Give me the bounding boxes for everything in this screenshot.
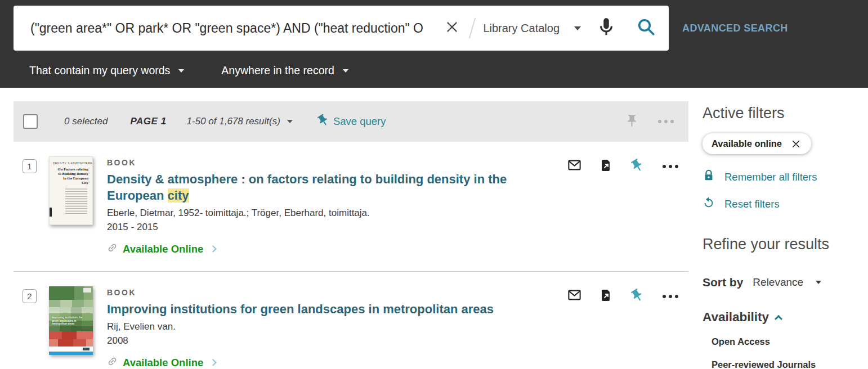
pin-record-button[interactable] <box>627 285 648 307</box>
export-citation-button[interactable] <box>599 289 613 304</box>
select-all-checkbox[interactable] <box>23 114 38 129</box>
sort-value-dropdown[interactable]: Relevance <box>753 276 803 289</box>
availability-label: Available Online <box>123 357 203 369</box>
cover-text: DENSITY & ATMOSPHERE <box>53 161 90 165</box>
record-title-highlight: city <box>168 188 189 202</box>
remember-filters-button[interactable]: Remember all filters <box>703 169 843 184</box>
export-file-icon <box>599 289 613 304</box>
export-file-icon <box>599 159 613 174</box>
chevron-down-icon[interactable] <box>816 281 821 284</box>
results-toolbar: 0 selected PAGE 1 1-50 of 1,678 result(s… <box>14 101 688 142</box>
record-authors: Eberle, Dietmar, 1952- toimittaja.; Trög… <box>107 208 546 219</box>
availability-link[interactable]: Available Online <box>107 356 494 369</box>
record-more-actions-button[interactable] <box>663 295 678 298</box>
search-input[interactable]: ("green area*" OR park* OR "green space*… <box>30 21 442 36</box>
search-bar[interactable]: ("green area*" OR park* OR "green space*… <box>14 6 669 51</box>
search-icon <box>636 17 656 39</box>
record-title-link[interactable]: Improving institutions for green landsca… <box>107 301 494 317</box>
chevron-down-icon <box>343 69 348 73</box>
search-field-dropdown[interactable]: Anywhere in the record <box>221 64 348 77</box>
save-query-button[interactable]: Save query <box>316 114 386 129</box>
search-field-dropdown-label: Anywhere in the record <box>221 64 334 77</box>
record-title-text: Density & atmosphere : on factors relati… <box>107 172 507 202</box>
lock-icon <box>703 169 715 184</box>
refine-results-heading: Refine your results <box>703 236 843 253</box>
envelope-icon <box>567 158 582 175</box>
resource-type-label: BOOK <box>107 158 546 167</box>
reset-filters-label: Reset filters <box>724 198 780 210</box>
cover-photo: Improving institutions for green landsca… <box>49 307 93 331</box>
result-number-badge: 2 <box>23 289 37 303</box>
chevron-right-icon <box>209 359 217 366</box>
ellipsis-icon <box>663 295 678 298</box>
record-more-actions-button[interactable] <box>663 165 678 168</box>
envelope-icon <box>567 287 582 305</box>
search-divider <box>469 17 476 38</box>
availability-facet-header[interactable]: Availability <box>703 310 843 325</box>
facets-sidebar: Active filters Available online Remember… <box>703 101 843 369</box>
cover-text: On Factors relating to Building Density … <box>53 167 90 185</box>
availability-label: Available Online <box>123 243 203 255</box>
save-query-label: Save query <box>333 115 386 128</box>
active-filter-chip-label: Available online <box>712 138 782 149</box>
remember-filters-label: Remember all filters <box>724 171 817 183</box>
results-range-label: 1-50 of 1,678 result(s) <box>187 116 280 127</box>
pin-icon <box>625 114 639 130</box>
cover-mosaic <box>49 286 93 300</box>
cover-spine-mark <box>50 208 52 217</box>
close-icon <box>791 139 801 149</box>
facet-option-open-access[interactable]: Open Access <box>712 336 843 347</box>
record-date: 2015 - 2015 <box>107 222 546 233</box>
link-icon <box>107 242 118 255</box>
record-title-link[interactable]: Density & atmosphere : on factors relati… <box>107 171 546 204</box>
email-record-button[interactable] <box>567 158 582 175</box>
remove-filter-button[interactable] <box>791 139 801 149</box>
export-citation-button[interactable] <box>599 159 613 174</box>
reset-filters-button[interactable]: Reset filters <box>703 196 843 212</box>
facet-option-peer-reviewed[interactable]: Peer-reviewed Journals <box>712 359 843 369</box>
toolbar-more-actions-button[interactable] <box>658 120 674 123</box>
result-record: 2 Improving institutions for green lands… <box>14 271 688 369</box>
active-filter-chip[interactable]: Available online <box>703 133 811 154</box>
active-filters-heading: Active filters <box>703 105 843 122</box>
search-scope-dropdown[interactable]: Library Catalog <box>483 22 581 35</box>
availability-facet-label: Availability <box>703 310 769 325</box>
chevron-down-icon <box>574 26 581 30</box>
pin-record-button[interactable] <box>627 155 648 177</box>
book-cover-thumbnail[interactable]: DENSITY & ATMOSPHERE On Factors relating… <box>49 156 93 225</box>
record-title-text: Improving institutions for green landsca… <box>107 302 494 316</box>
chevron-right-icon <box>209 245 217 253</box>
cover-mosaic <box>49 339 93 346</box>
pin-icon <box>627 285 648 307</box>
cover-publisher-strip <box>49 346 93 352</box>
chevron-down-icon <box>287 120 293 123</box>
pin-icon <box>627 155 648 177</box>
cover-paragraph-texture <box>65 188 87 214</box>
cover-text: Improving institutions for green landsca… <box>52 316 84 326</box>
availability-link[interactable]: Available Online <box>107 242 546 255</box>
results-column: 0 selected PAGE 1 1-50 of 1,678 result(s… <box>14 101 688 369</box>
voice-search-button[interactable] <box>596 16 617 40</box>
book-cover-thumbnail[interactable]: Improving institutions for green landsca… <box>49 286 93 355</box>
cover-bottom-stripe <box>49 352 93 355</box>
sort-by-control: Sort by Relevance <box>703 276 843 289</box>
record-date: 2008 <box>107 335 494 346</box>
email-record-button[interactable] <box>567 287 582 305</box>
result-number-badge: 1 <box>23 159 37 173</box>
page-indicator: PAGE 1 <box>131 116 167 127</box>
clear-search-button[interactable] <box>442 19 462 38</box>
cover-mosaic <box>49 300 93 307</box>
microphone-icon <box>596 16 617 40</box>
result-record: 1 DENSITY & ATMOSPHERE On Factors relati… <box>14 142 688 271</box>
query-words-dropdown[interactable]: That contain my query words <box>29 64 184 77</box>
search-scope-label: Library Catalog <box>483 22 560 35</box>
ellipsis-icon <box>658 120 674 123</box>
sort-by-label: Sort by <box>703 276 743 289</box>
top-search-header: ("green area*" OR park* OR "green space*… <box>0 0 868 88</box>
reset-icon <box>703 196 715 212</box>
cover-mosaic <box>49 331 93 339</box>
submit-search-button[interactable] <box>636 17 656 39</box>
results-range-dropdown[interactable]: 1-50 of 1,678 result(s) <box>187 116 293 127</box>
advanced-search-link[interactable]: ADVANCED SEARCH <box>682 22 788 34</box>
pinned-items-button[interactable] <box>625 114 639 130</box>
